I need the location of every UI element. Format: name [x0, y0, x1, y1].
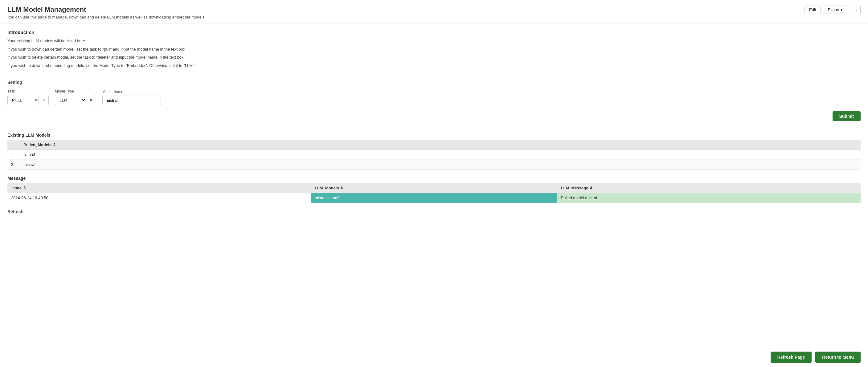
time-cell: 2024-06-24 16:40:58 [7, 193, 311, 203]
more-button[interactable]: ... [850, 5, 861, 14]
model-name-group: Model Name [102, 90, 161, 105]
return-to-menu-button[interactable]: Return to Menu [815, 351, 861, 363]
row-num-col-header [7, 140, 20, 150]
introduction-title: Introduction [7, 30, 861, 35]
submit-button[interactable]: Submit [833, 111, 861, 121]
bottom-bar: Refresh Page Return to Menu [0, 347, 868, 367]
form-row: Task PULL DELETE ✕ Model Type LLM [7, 89, 861, 105]
model-type-clear-button[interactable]: ✕ [86, 96, 96, 104]
main-content: Introduction Your existing LLM models wi… [0, 24, 868, 243]
message-row: 2024-06-24 16:40:58 mistral llama3 Pulle… [7, 193, 861, 203]
task-select[interactable]: PULL DELETE [8, 95, 38, 105]
table-row: 1 llama3 [7, 150, 861, 160]
row-num: 1 [7, 150, 20, 160]
model-name-input[interactable] [102, 96, 161, 105]
message-title: Message [7, 176, 861, 181]
intro-line-2: If you wish to download certain model, s… [7, 46, 861, 53]
message-col-header[interactable]: _time ⇕ [7, 183, 311, 193]
submit-row: Submit [7, 111, 861, 121]
existing-models-table: Pulled_Models ⇕ 1 llama3 2 mistral [7, 140, 861, 170]
refresh-section: Refresh [7, 209, 861, 214]
model-type-label: Model Type [55, 89, 96, 93]
llm-message-cell: Pulled model mistral. [557, 193, 861, 203]
row-num: 2 [7, 160, 20, 170]
refresh-page-button[interactable]: Refresh Page [771, 351, 812, 363]
task-select-wrapper: PULL DELETE ✕ [7, 95, 49, 105]
intro-line-4: If you wish to download embedding models… [7, 63, 861, 69]
model-name-label: Model Name [102, 90, 161, 94]
existing-models-section: Existing LLM Models Pulled_Models ⇕ 1 ll… [7, 133, 861, 170]
existing-models-title: Existing LLM Models [7, 133, 861, 137]
divider-2 [7, 127, 861, 127]
setting-label: Setting [7, 80, 861, 85]
model-name-cell: mistral [20, 160, 861, 170]
table-row: 2 mistral [7, 160, 861, 170]
intro-line-3: If you wish to delete certain model, set… [7, 54, 861, 60]
message-col-header[interactable]: LLM_Models ⇕ [311, 183, 557, 193]
introduction-section: Introduction Your existing LLM models wi… [7, 30, 861, 68]
model-name-cell: llama3 [20, 150, 861, 160]
intro-line-1: Your existing LLM models will be listed … [7, 38, 861, 44]
setting-section: Setting Task PULL DELETE ✕ Model Type [7, 80, 861, 121]
pulled-models-col-header[interactable]: Pulled_Models ⇕ [20, 140, 861, 150]
page-subtitle: You can use this page to manage, downloa… [7, 15, 861, 20]
task-label: Task [7, 89, 49, 93]
export-button[interactable]: Export ▾ [823, 5, 847, 14]
llm-models-cell: mistral llama3 [311, 193, 557, 203]
task-group: Task PULL DELETE ✕ [7, 89, 49, 105]
model-type-select[interactable]: LLM Embedder [55, 95, 86, 105]
header-actions: Edit Export ▾ ... [805, 5, 861, 14]
message-col-header[interactable]: LLM_Message ⇕ [557, 183, 861, 193]
message-table: _time ⇕LLM_Models ⇕LLM_Message ⇕ 2024-06… [7, 183, 861, 203]
model-type-select-wrapper: LLM Embedder ✕ [55, 95, 96, 105]
edit-button[interactable]: Edit [805, 5, 820, 14]
task-clear-button[interactable]: ✕ [38, 96, 49, 104]
page-header: LLM Model Management You can use this pa… [0, 0, 868, 24]
message-section: Message _time ⇕LLM_Models ⇕LLM_Message ⇕… [7, 176, 861, 203]
refresh-title: Refresh [7, 209, 861, 214]
model-type-group: Model Type LLM Embedder ✕ [55, 89, 96, 105]
divider-1 [7, 74, 861, 74]
page-title: LLM Model Management [7, 5, 861, 13]
